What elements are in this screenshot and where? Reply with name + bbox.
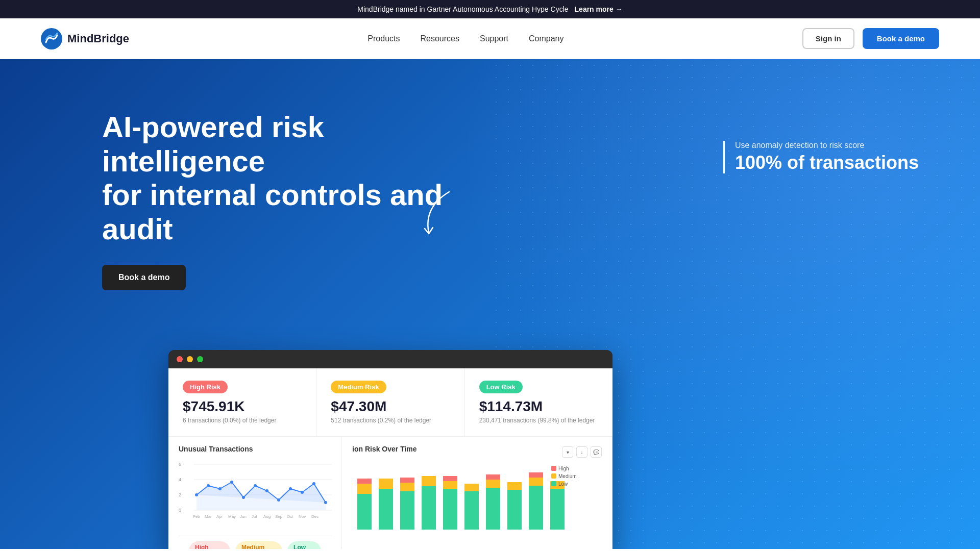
hero-title: AI-powered risk intelligence for interna… bbox=[102, 110, 459, 246]
svg-rect-54 bbox=[529, 472, 543, 478]
risk-cards-row: High Risk $745.91K 6 transactions (0.0%)… bbox=[168, 368, 612, 437]
svg-rect-47 bbox=[486, 488, 500, 530]
mindbridge-logo-icon bbox=[41, 28, 62, 49]
svg-rect-36 bbox=[379, 479, 393, 489]
svg-text:0: 0 bbox=[179, 508, 181, 513]
svg-rect-40 bbox=[422, 486, 436, 530]
medium-risk-desc: 512 transactions (0.2%) of the ledger bbox=[331, 417, 450, 424]
banner-text: MindBridge named in Gartner Autonomous A… bbox=[357, 5, 568, 13]
medium-risk-badge: Medium Risk bbox=[331, 381, 386, 393]
svg-rect-34 bbox=[357, 479, 372, 484]
low-risk-amount: $114.73M bbox=[479, 398, 598, 415]
svg-text:2: 2 bbox=[179, 492, 181, 497]
stat-callout: Use anomaly detection to risk score 100%… bbox=[723, 141, 919, 173]
svg-rect-55 bbox=[550, 489, 565, 530]
svg-text:High: High bbox=[558, 466, 569, 471]
risk-card-medium: Medium Risk $47.30M 512 transactions (0.… bbox=[316, 368, 464, 436]
banner-cta[interactable]: Learn more → bbox=[575, 5, 623, 13]
svg-point-17 bbox=[289, 487, 292, 490]
svg-rect-39 bbox=[400, 478, 414, 483]
svg-text:Apr: Apr bbox=[216, 514, 223, 519]
svg-point-9 bbox=[195, 493, 198, 496]
svg-rect-49 bbox=[486, 474, 500, 480]
svg-text:Dec: Dec bbox=[311, 514, 318, 519]
line-chart: 6 4 2 0 bbox=[179, 459, 331, 536]
svg-point-18 bbox=[301, 491, 304, 494]
charts-row: Unusual Transactions 6 4 2 0 bbox=[168, 437, 612, 549]
badge-high-pct: High 100% bbox=[189, 541, 230, 549]
svg-rect-42 bbox=[443, 489, 457, 530]
svg-point-19 bbox=[312, 482, 315, 485]
svg-rect-33 bbox=[357, 484, 372, 494]
svg-rect-35 bbox=[379, 489, 393, 530]
svg-text:May: May bbox=[228, 514, 236, 519]
window-dot-red bbox=[177, 356, 183, 362]
logo-text: MindBridge bbox=[67, 32, 129, 45]
svg-point-13 bbox=[242, 496, 245, 499]
nav-support[interactable]: Support bbox=[480, 34, 508, 43]
svg-rect-59 bbox=[551, 473, 556, 479]
window-dot-green bbox=[197, 356, 203, 362]
svg-rect-38 bbox=[400, 483, 414, 491]
low-risk-desc: 230,471 transactions (99.8%) of the ledg… bbox=[479, 417, 598, 424]
svg-rect-53 bbox=[529, 478, 543, 486]
book-demo-nav-button[interactable]: Book a demo bbox=[863, 28, 939, 49]
svg-point-10 bbox=[207, 484, 210, 487]
risk-card-low: Low Risk $114.73M 230,471 transactions (… bbox=[465, 368, 612, 436]
svg-rect-52 bbox=[529, 486, 543, 530]
chart-filter-button[interactable]: ▾ bbox=[562, 446, 573, 458]
logo[interactable]: MindBridge bbox=[41, 28, 129, 49]
svg-rect-46 bbox=[464, 484, 479, 491]
risk-over-time-panel: ion Risk Over Time ▾ ↓ 💬 bbox=[342, 437, 612, 549]
svg-text:Mar: Mar bbox=[205, 514, 212, 519]
window-dot-yellow bbox=[187, 356, 193, 362]
medium-risk-amount: $47.30M bbox=[331, 398, 450, 415]
svg-rect-32 bbox=[357, 494, 372, 530]
nav-links: Products Resources Support Company bbox=[368, 34, 564, 43]
svg-text:Sep: Sep bbox=[275, 514, 283, 519]
svg-point-16 bbox=[277, 498, 280, 502]
svg-rect-61 bbox=[551, 481, 556, 486]
chart-controls: ▾ ↓ 💬 bbox=[562, 446, 602, 458]
svg-rect-57 bbox=[551, 466, 556, 471]
mockup-titlebar bbox=[168, 350, 612, 368]
unusual-transactions-title: Unusual Transactions bbox=[179, 445, 331, 453]
svg-rect-51 bbox=[507, 482, 522, 490]
nav-company[interactable]: Company bbox=[529, 34, 564, 43]
high-risk-badge: High Risk bbox=[183, 381, 228, 393]
nav-products[interactable]: Products bbox=[368, 34, 400, 43]
dashboard-mockup: High Risk $745.91K 6 transactions (0.0%)… bbox=[168, 350, 612, 549]
badge-low-pct: Low 0% bbox=[287, 541, 321, 549]
chart-comment-button[interactable]: 💬 bbox=[591, 446, 602, 458]
signin-button[interactable]: Sign in bbox=[802, 28, 854, 49]
svg-point-15 bbox=[265, 489, 268, 492]
svg-text:Jul: Jul bbox=[252, 514, 257, 519]
curved-arrow bbox=[419, 187, 459, 250]
svg-rect-45 bbox=[464, 491, 479, 530]
bar-chart: High Medium Low bbox=[352, 463, 602, 542]
unusual-transactions-panel: Unusual Transactions 6 4 2 0 bbox=[168, 437, 342, 549]
hero-content: AI-powered risk intelligence for interna… bbox=[102, 110, 459, 290]
svg-text:Oct: Oct bbox=[287, 514, 293, 519]
nav-resources[interactable]: Resources bbox=[420, 34, 459, 43]
svg-rect-43 bbox=[443, 481, 457, 489]
stat-callout-label: Use anomaly detection to risk score bbox=[735, 141, 919, 150]
svg-text:Nov: Nov bbox=[299, 514, 306, 519]
svg-point-12 bbox=[230, 481, 233, 484]
svg-text:Medium: Medium bbox=[558, 473, 577, 479]
svg-rect-48 bbox=[486, 480, 500, 488]
nav-actions: Sign in Book a demo bbox=[802, 28, 939, 49]
svg-text:4: 4 bbox=[179, 477, 181, 482]
chart-download-button[interactable]: ↓ bbox=[576, 446, 587, 458]
risk-over-time-title: ion Risk Over Time bbox=[352, 445, 417, 453]
svg-text:6: 6 bbox=[179, 462, 181, 467]
book-demo-hero-button[interactable]: Book a demo bbox=[102, 265, 186, 290]
svg-rect-37 bbox=[400, 491, 414, 530]
risk-card-high: High Risk $745.91K 6 transactions (0.0%)… bbox=[168, 368, 316, 436]
svg-rect-50 bbox=[507, 490, 522, 530]
svg-point-11 bbox=[218, 487, 222, 490]
stat-callout-value: 100% of transactions bbox=[735, 152, 919, 173]
svg-rect-41 bbox=[422, 476, 436, 486]
svg-text:Aug: Aug bbox=[263, 514, 271, 519]
svg-rect-44 bbox=[443, 476, 457, 481]
